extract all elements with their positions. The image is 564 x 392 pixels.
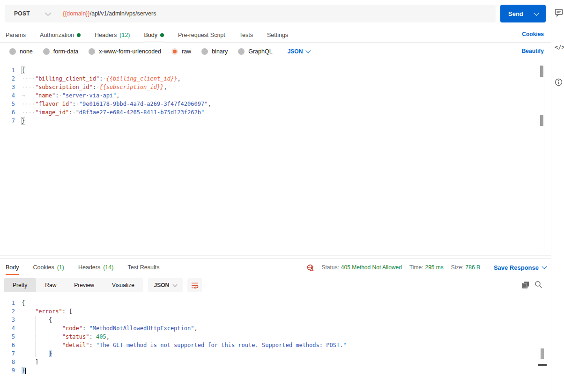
code-line: 5 "status": 405, (0, 333, 538, 341)
send-button[interactable]: Send (500, 5, 546, 22)
request-body-editor[interactable]: 1{2····"billing_client_id":·{{billing_cl… (0, 66, 538, 125)
token-punc: : (82, 325, 89, 332)
scrollbar-thumb[interactable] (541, 348, 544, 359)
token-punc: , (177, 75, 180, 82)
response-tabs: BodyCookies(1)Headers(14)Test Results (6, 259, 160, 276)
response-tab-headers[interactable]: Headers(14) (78, 260, 113, 274)
code-line: 4→"name":·"server·via·api", (0, 91, 538, 100)
view-tab-visualize[interactable]: Visualize (103, 278, 143, 292)
body-type-x-www-form-urlencoded[interactable]: x-www-form-urlencoded (89, 48, 161, 55)
url-variable: {{domain}} (63, 10, 90, 17)
info-button[interactable] (555, 78, 563, 88)
response-meta: Status: 405 Method Not Allowed Time: 295… (307, 259, 546, 276)
method-selector[interactable]: POST (5, 5, 56, 22)
token-var: {{billing_client_id}} (106, 75, 178, 82)
view-tab-pretty[interactable]: Pretty (4, 278, 36, 292)
code-line: 6····"image_id":·"d8f3ae27-e684-4265-841… (0, 108, 538, 117)
send-options-chevron-icon[interactable] (534, 10, 539, 15)
right-rail-divider (551, 0, 551, 392)
token-guide (35, 316, 49, 324)
url-input[interactable]: {{domain}}/api/v1/admin/vps/servers (56, 10, 156, 17)
tab-headers[interactable]: Headers(12) (95, 28, 130, 42)
radio-icon (171, 48, 178, 55)
line-number: 4 (0, 91, 22, 100)
body-type-raw[interactable]: raw (171, 48, 191, 55)
response-tab-cookies[interactable]: Cookies(1) (33, 260, 64, 274)
code-snippet-button[interactable]: </> (555, 44, 564, 51)
radio-label: GraphQL (248, 48, 272, 55)
token-ws: ···· (22, 84, 35, 90)
comment-button[interactable] (555, 8, 563, 19)
time-label: Time: (409, 264, 423, 271)
radio-label: binary (212, 48, 228, 55)
horizontal-scrollbar-thumb[interactable] (538, 364, 547, 366)
cookies-link[interactable]: Cookies (522, 31, 544, 37)
token-punc: { (22, 300, 25, 306)
view-tab-raw[interactable]: Raw (36, 278, 65, 292)
tab-label: Authorization (40, 32, 74, 38)
code-line: 4 "code": "MethodNotAllowedHttpException… (0, 324, 538, 333)
copy-response-button[interactable] (522, 281, 530, 291)
response-language-label: JSON (154, 282, 170, 288)
wrap-text-button[interactable] (187, 278, 202, 292)
line-content: "code": "MethodNotAllowedHttpException", (22, 324, 198, 333)
save-response-button[interactable]: Save Response (494, 264, 546, 271)
line-number: 8 (0, 358, 22, 366)
token-ws: ···· (22, 109, 35, 116)
token-punc: , (208, 101, 211, 107)
response-language-selector[interactable]: JSON (148, 278, 183, 292)
radio-icon (201, 48, 208, 55)
save-response-label: Save Response (494, 264, 539, 271)
body-type-none[interactable]: none (9, 48, 33, 55)
token-str: "9e016178-9bbd-4a7d-a269-3f47f4206097" (79, 101, 208, 107)
save-response-chevron-icon (542, 264, 547, 269)
line-number: 4 (0, 324, 22, 333)
tab-label: Headers (78, 264, 100, 271)
line-number: 3 (0, 316, 22, 324)
tab-body[interactable]: Body (144, 28, 164, 42)
token-ws: · (72, 109, 75, 116)
body-type-form-data[interactable]: form-data (43, 48, 79, 55)
size-value: 786 B (466, 264, 480, 271)
url-path: /api/v1/admin/vps/servers (90, 10, 156, 17)
body-type-GraphQL[interactable]: GraphQL (238, 48, 272, 55)
token-key: "name" (35, 92, 55, 99)
response-editor-scrollbar[interactable] (539, 297, 544, 392)
radio-label: none (20, 48, 33, 55)
token-num: 405 (96, 333, 106, 340)
request-language-selector[interactable]: JSON (288, 48, 311, 55)
token-punc (22, 317, 35, 323)
tab-settings[interactable]: Settings (267, 28, 288, 42)
token-str: "d8f3ae27-e684-4265-8411-b75d123f262b" (76, 109, 205, 116)
response-tab-body[interactable]: Body (6, 260, 19, 274)
send-label: Send (500, 10, 523, 17)
body-type-binary[interactable]: binary (201, 48, 228, 55)
green-dot-icon (160, 33, 164, 37)
tab-authorization[interactable]: Authorization (40, 28, 81, 42)
response-tab-test-results[interactable]: Test Results (127, 260, 159, 274)
search-response-button[interactable] (534, 281, 542, 290)
tab-pre-request-script[interactable]: Pre-request Script (178, 28, 225, 42)
tab-tests[interactable]: Tests (239, 28, 253, 42)
tab-label: Params (6, 32, 26, 38)
scrollbar-thumb[interactable] (540, 66, 543, 77)
chevron-down-icon (173, 282, 178, 287)
tab-params[interactable]: Params (6, 28, 26, 42)
beautify-link[interactable]: Beautify (522, 48, 544, 54)
token-key: "status" (62, 333, 89, 340)
response-body-editor[interactable]: 1{2 "errors": [3 {4 "code": "MethodNotAl… (0, 299, 538, 375)
token-guide (35, 341, 49, 349)
line-content: ····"billing_client_id":·{{billing_clien… (22, 74, 181, 83)
tab-count-badge: (1) (57, 264, 64, 271)
request-editor-scrollbar[interactable] (539, 64, 544, 254)
ssl-warning-globe-icon[interactable] (307, 264, 314, 271)
token-ws: · (76, 101, 79, 107)
request-tabs: ParamsAuthorizationHeaders(12)BodyPre-re… (6, 28, 288, 42)
line-number: 2 (0, 307, 22, 316)
line-number: 1 (0, 299, 22, 307)
token-guide (49, 324, 62, 332)
token-guide (49, 341, 62, 349)
tab-label: Test Results (127, 264, 159, 271)
view-tab-preview[interactable]: Preview (65, 278, 103, 292)
token-guide (35, 324, 49, 332)
